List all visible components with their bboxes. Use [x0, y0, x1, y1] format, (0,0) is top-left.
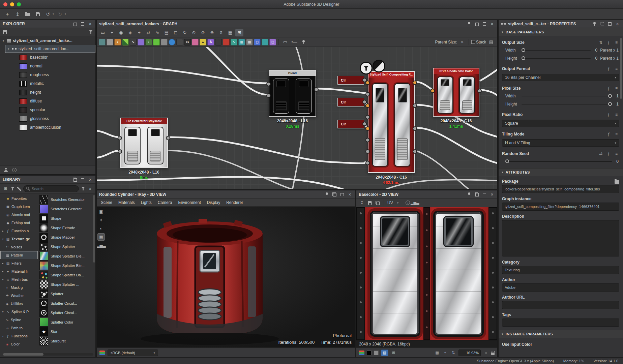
tree-row-output[interactable]: specular: [0, 105, 95, 114]
browse-folder-icon[interactable]: [615, 180, 619, 184]
slider-handle[interactable]: [522, 48, 525, 52]
node-type-tile-icon[interactable]: ▦: [238, 39, 245, 46]
tree-row-output[interactable]: diffuse: [0, 97, 95, 105]
cut-wire-icon[interactable]: ⊘: [199, 29, 207, 36]
node-color-constant[interactable]: Clr: [337, 76, 364, 85]
width-parent-mode[interactable]: Parent x 1: [600, 48, 619, 53]
node-port[interactable]: [266, 93, 271, 98]
node-type-curve-icon[interactable]: ∿: [130, 39, 137, 46]
node-port[interactable]: [365, 81, 370, 85]
node-type-pink-icon[interactable]: [192, 39, 199, 46]
tree-row-output[interactable]: glossiness: [0, 114, 95, 123]
material-ball-icon[interactable]: ◐: [97, 225, 105, 232]
function-icon[interactable]: ƒ: [606, 112, 612, 117]
library-item[interactable]: Shape Splatter ...: [39, 280, 95, 289]
save-package-icon[interactable]: [3, 30, 7, 34]
copy-image-icon[interactable]: [375, 200, 380, 206]
height-slider[interactable]: [522, 58, 591, 59]
package-field[interactable]: lockers/dependencies/stylized_scifi_comp…: [502, 185, 619, 193]
info-icon[interactable]: i: [406, 201, 410, 205]
more-options-icon[interactable]: »: [87, 186, 93, 191]
node-port[interactable]: [365, 138, 370, 142]
category-field[interactable]: Texturing: [502, 266, 619, 274]
align-icon[interactable]: ⇯: [217, 29, 225, 36]
tree-row-output[interactable]: metallic: [0, 79, 95, 88]
category-utilities[interactable]: ◈Utilities: [0, 300, 38, 308]
node-port[interactable]: [314, 87, 319, 92]
chevron-right-icon[interactable]: ▸: [1, 270, 4, 273]
node-port[interactable]: [362, 122, 367, 126]
node-type-switch-icon[interactable]: [215, 39, 222, 46]
menu-lights[interactable]: Lights: [141, 200, 152, 205]
library-item[interactable]: Shape Splatter Ble...: [39, 261, 95, 270]
library-item[interactable]: Splatter: [39, 289, 95, 299]
chevron-down-icon[interactable]: ▾: [1, 310, 4, 313]
chevron-down-icon[interactable]: ▾: [7, 47, 10, 51]
node-port[interactable]: [413, 126, 417, 131]
description-field[interactable]: [502, 220, 619, 256]
maximize-panel-icon[interactable]: [607, 21, 613, 27]
pan-tool-icon[interactable]: +: [108, 29, 116, 36]
tags-field[interactable]: [502, 318, 619, 327]
node-port[interactable]: [431, 89, 435, 93]
zoom-window-button[interactable]: [17, 2, 21, 6]
add-node-icon[interactable]: ⊕: [208, 29, 216, 36]
wire[interactable]: [480, 90, 497, 101]
section-base-parameters[interactable]: ▾ BASE PARAMETERS: [499, 28, 623, 36]
output-format-dropdown[interactable]: 16 Bits per Channel ▾: [502, 74, 619, 81]
category-atomic-nodes[interactable]: ◎Atomic nod: [0, 211, 38, 219]
minimize-window-button[interactable]: [10, 2, 14, 6]
category-functions[interactable]: ▾ƒFunctions: [0, 332, 38, 340]
redo-button[interactable]: ↻: [56, 10, 64, 18]
category-weathering[interactable]: ☂Weathe: [0, 292, 38, 300]
node-port[interactable]: [365, 161, 370, 165]
node-blend[interactable]: Blend 2048x2048 - L16 0.28ms: [269, 70, 316, 129]
category-material-filters[interactable]: ▸●Material fi: [0, 267, 38, 275]
category-color[interactable]: ■Color: [0, 340, 38, 348]
pixel-ratio-dropdown[interactable]: Square ▾: [502, 120, 619, 127]
slider-handle[interactable]: [608, 94, 612, 98]
parent-size-expand-icon[interactable]: »: [458, 38, 466, 46]
close-panel-icon[interactable]: ×: [87, 177, 93, 182]
function-icon[interactable]: ƒ: [606, 132, 612, 136]
pin-panel-icon[interactable]: [466, 21, 472, 27]
shuffle-icon[interactable]: ⇄: [598, 151, 604, 156]
function-icon[interactable]: ƒ: [606, 40, 612, 45]
height-parent-mode[interactable]: Parent x 1: [600, 56, 619, 61]
undo-button[interactable]: ↺: [44, 10, 52, 18]
node-type-uniform-icon[interactable]: [99, 39, 106, 46]
wire[interactable]: [201, 47, 268, 95]
fit-image-icon[interactable]: ⌖: [442, 350, 448, 356]
save-image-icon[interactable]: [367, 200, 373, 206]
histogram-icon[interactable]: ▂▅▃: [97, 242, 105, 249]
library-item[interactable]: Splatter Circul...: [39, 308, 95, 317]
export-icon[interactable]: ↥: [13, 10, 22, 18]
node-type-percent-icon[interactable]: ∿: [231, 39, 237, 46]
undo-menu-caret[interactable]: ▾: [53, 12, 54, 16]
node-port[interactable]: [365, 103, 370, 108]
background-black-swatch[interactable]: [367, 351, 372, 355]
transform-tool-icon[interactable]: +: [3, 10, 11, 18]
node-type-hsl-icon[interactable]: [138, 39, 144, 46]
chevron-right-icon[interactable]: ▸: [1, 262, 4, 265]
histogram-icon[interactable]: ▂▅▃: [412, 200, 418, 206]
node-type-gradient-icon[interactable]: [122, 39, 129, 46]
library-item[interactable]: Shape Splatter Da...: [39, 270, 95, 280]
library-item[interactable]: Scratches Generator: [39, 195, 95, 204]
comment-icon[interactable]: ▭: [281, 38, 289, 46]
function-icon[interactable]: ƒ: [606, 151, 612, 156]
view3d-viewport[interactable]: ▣ ☀ ◐ ▦ ▂▅▃: [97, 207, 355, 347]
close-panel-icon[interactable]: ×: [489, 21, 495, 27]
node-type-value-icon[interactable]: 01: [184, 39, 191, 46]
category-path-tools[interactable]: ⇝Path to: [0, 324, 38, 332]
tree-row-output[interactable]: height: [0, 88, 95, 97]
section-instance-parameters[interactable]: ▾ INSTANCE PARAMETERS: [499, 330, 623, 338]
width-value[interactable]: 1: [615, 94, 619, 98]
float-panel-icon[interactable]: [72, 177, 78, 182]
chevron-down-icon[interactable]: ▾: [1, 278, 4, 281]
category-function-nodes[interactable]: ▸ƒFunction n: [0, 227, 38, 235]
float-panel-icon[interactable]: [474, 192, 479, 197]
wire[interactable]: [416, 82, 432, 89]
node-type-levels-icon[interactable]: ▪: [145, 39, 152, 46]
wire[interactable]: [97, 151, 119, 158]
